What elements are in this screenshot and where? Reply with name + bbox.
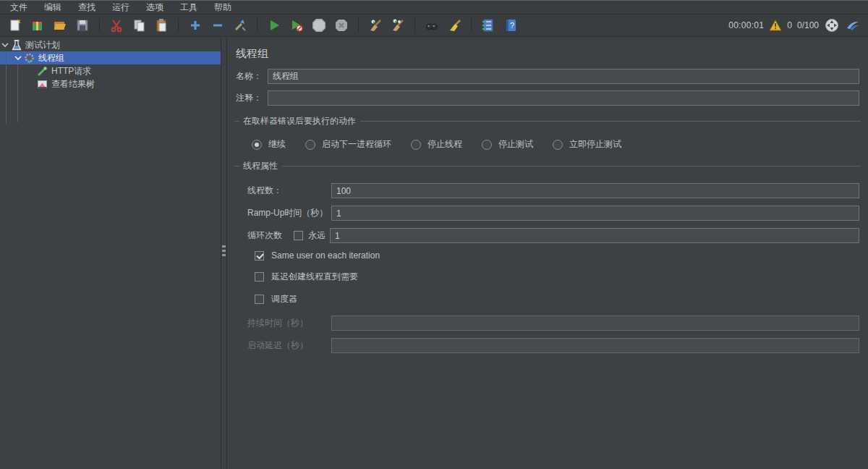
- http-request-icon: [36, 66, 48, 77]
- menu-tools[interactable]: 工具: [180, 1, 197, 14]
- toolbar-separator: [99, 18, 100, 33]
- loop-count-input[interactable]: [330, 228, 859, 243]
- forever-checkbox[interactable]: [294, 231, 303, 240]
- tree-item-label: HTTP请求: [51, 65, 91, 77]
- error-action-group-title: 在取样器错误后要执行的动作: [234, 115, 861, 127]
- clear-search-icon[interactable]: [446, 17, 462, 33]
- tree-splitter[interactable]: [221, 37, 227, 468]
- radio-stop-test[interactable]: 停止测试: [482, 138, 533, 151]
- loop-count-label: 循环次数: [247, 229, 294, 242]
- delay-create-checkbox[interactable]: [255, 272, 264, 282]
- tree-indent-guide: [6, 51, 7, 124]
- search-icon[interactable]: [424, 17, 440, 33]
- tree-indent-guide: [17, 64, 18, 122]
- tree-item-http-request[interactable]: HTTP请求: [0, 64, 221, 77]
- threads-label: 线程数：: [247, 185, 331, 197]
- tree-item-thread-group[interactable]: 线程组: [0, 51, 221, 64]
- menu-edit[interactable]: 编辑: [44, 1, 61, 14]
- duration-input[interactable]: [331, 316, 859, 331]
- scheduler-checkbox[interactable]: [255, 295, 264, 304]
- toolbar-separator: [471, 18, 472, 33]
- save-icon[interactable]: [75, 17, 90, 33]
- tree-item-view-results-tree[interactable]: 查看结果树: [0, 77, 221, 90]
- radio-icon[interactable]: [553, 140, 563, 150]
- add-icon[interactable]: [187, 17, 203, 33]
- scheduler-label: 调度器: [271, 293, 297, 305]
- menu-search[interactable]: 查找: [78, 1, 95, 14]
- threads-indicator-icon: [824, 17, 840, 33]
- radio-selected-icon[interactable]: [252, 140, 262, 150]
- forever-label: 永远: [308, 229, 326, 242]
- toolbar-separator: [257, 18, 258, 33]
- delay-create-label: 延迟创建线程直到需要: [271, 271, 358, 283]
- active-threads-ratio: 0/100: [797, 20, 819, 30]
- duration-label: 持续时间（秒）: [247, 317, 331, 329]
- same-user-option[interactable]: Same user on each iteration: [234, 250, 861, 261]
- same-user-checkbox[interactable]: [255, 251, 264, 261]
- radio-icon[interactable]: [482, 140, 492, 150]
- delay-create-option[interactable]: 延迟创建线程直到需要: [234, 271, 861, 283]
- error-action-options: 继续 启动下一进程循环 停止线程 停止测试 立即停止测试: [234, 138, 861, 151]
- comment-input[interactable]: [268, 90, 859, 106]
- copy-icon[interactable]: [131, 17, 147, 33]
- warning-icon[interactable]: [769, 19, 782, 32]
- radio-stop-thread[interactable]: 停止线程: [411, 138, 462, 151]
- shutdown-icon[interactable]: [333, 17, 349, 33]
- toolbar-status: 00:00:01 0 0/100: [728, 17, 861, 33]
- menu-run[interactable]: 运行: [112, 1, 129, 14]
- menu-help[interactable]: 帮助: [214, 1, 231, 14]
- splitter-grip-icon[interactable]: [222, 245, 226, 258]
- tree-item-test-plan[interactable]: 测试计划: [0, 38, 221, 51]
- templates-icon[interactable]: [30, 17, 46, 33]
- radio-icon[interactable]: [305, 140, 315, 150]
- svg-text:?: ?: [510, 21, 514, 30]
- tree-item-label: 测试计划: [25, 39, 60, 51]
- toolbar: ? 00:00:01 0 0/100: [0, 14, 868, 37]
- toggle-icon[interactable]: [232, 17, 248, 33]
- startup-delay-input[interactable]: [331, 338, 859, 353]
- page-title: 线程组: [236, 47, 861, 61]
- rampup-label: Ramp-Up时间（秒）：: [247, 207, 331, 219]
- chevron-down-icon[interactable]: [13, 55, 23, 61]
- radio-stop-test-now[interactable]: 立即停止测试: [553, 138, 621, 151]
- menu-bar: 文件 编辑 查找 运行 选项 工具 帮助: [0, 1, 868, 14]
- name-label: 名称：: [234, 70, 268, 83]
- toolbar-separator: [178, 18, 179, 33]
- radio-start-next-loop[interactable]: 启动下一进程循环: [305, 138, 391, 151]
- test-plan-tree: 测试计划 线程组 HTTP请求 查看结果树: [0, 37, 221, 468]
- jmeter-logo-icon: [845, 17, 861, 33]
- forever-option[interactable]: 永远: [294, 229, 330, 242]
- threads-input[interactable]: [331, 183, 859, 198]
- comment-label: 注释：: [234, 92, 268, 104]
- toolbar-separator: [414, 18, 415, 33]
- help-icon[interactable]: ?: [503, 17, 519, 33]
- paste-icon[interactable]: [153, 17, 169, 33]
- radio-continue[interactable]: 继续: [252, 138, 286, 151]
- remove-icon[interactable]: [210, 17, 226, 33]
- function-helper-icon[interactable]: [480, 17, 496, 33]
- test-plan-icon: [10, 40, 22, 51]
- scheduler-option[interactable]: 调度器: [234, 293, 861, 305]
- new-file-icon[interactable]: [7, 17, 23, 33]
- thread-group-icon: [23, 53, 35, 64]
- thread-group-panel: 线程组 名称： 注释： 在取样器错误后要执行的动作 继续 启动下一进程循环 停止…: [227, 37, 868, 468]
- name-input[interactable]: [268, 69, 859, 84]
- toolbar-separator: [358, 18, 359, 33]
- menu-file[interactable]: 文件: [10, 1, 27, 14]
- thread-props-group-title: 线程属性: [234, 160, 861, 172]
- elapsed-timer: 00:00:01: [728, 20, 764, 30]
- start-icon[interactable]: [266, 17, 282, 33]
- stop-icon[interactable]: [311, 17, 327, 33]
- radio-icon[interactable]: [411, 140, 421, 150]
- clear-all-icon[interactable]: [390, 17, 406, 33]
- rampup-input[interactable]: [331, 206, 859, 221]
- same-user-label: Same user on each iteration: [271, 250, 380, 261]
- cut-icon[interactable]: [109, 17, 124, 33]
- tree-item-label: 线程组: [38, 52, 64, 64]
- chevron-down-icon[interactable]: [0, 42, 10, 48]
- clear-icon[interactable]: [367, 17, 383, 33]
- warning-count: 0: [787, 20, 792, 30]
- start-no-timers-icon[interactable]: [289, 17, 305, 33]
- menu-options[interactable]: 选项: [146, 1, 163, 14]
- open-folder-icon[interactable]: [52, 17, 68, 33]
